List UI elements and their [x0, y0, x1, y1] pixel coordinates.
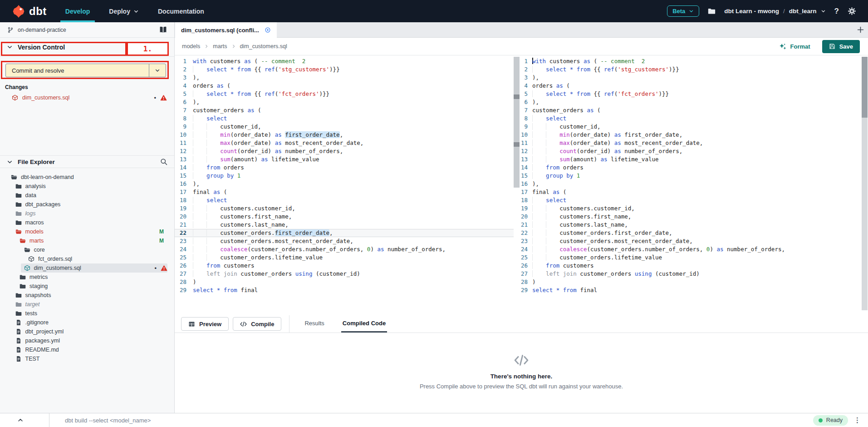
code-line-9[interactable]: 9 customer_id, [175, 123, 514, 131]
file-tree-item-packages-yml[interactable]: packages.yml [0, 336, 167, 345]
code-editor-right-pane[interactable]: 1with customers as ( -- comment 22 selec… [520, 55, 862, 315]
code-line-20[interactable]: 20 customers.first_name, [520, 213, 862, 221]
code-line-3[interactable]: 3), [520, 74, 862, 82]
kebab-menu-icon[interactable]: ⋮ [854, 416, 861, 424]
code-line-21[interactable]: 21 customers.last_name, [175, 221, 514, 229]
tab-compiled-code[interactable]: Compiled Code [341, 315, 387, 333]
file-tree-item-logs[interactable]: logs [0, 209, 167, 218]
commit-and-resolve-button[interactable]: Commit and resolve [5, 64, 166, 77]
editor-tab-dim-customers[interactable]: dim_customers.sql (confli... [175, 22, 277, 38]
code-line-2[interactable]: 2 select * from {{ ref('stg_customers')}… [520, 65, 862, 74]
code-editor-left-pane[interactable]: 1with customers as ( -- comment 22 selec… [175, 55, 514, 315]
new-tab-plus-icon[interactable] [857, 26, 864, 34]
preview-button[interactable]: Preview [181, 317, 229, 331]
code-line-18[interactable]: 18 select [175, 196, 514, 204]
tab-results[interactable]: Results [303, 315, 325, 333]
code-line-22[interactable]: 22 customer_orders.first_order_date, [175, 229, 514, 237]
right-scrollbar-thumb[interactable] [862, 57, 868, 118]
code-line-14[interactable]: 14 from orders [175, 164, 514, 172]
code-line-10[interactable]: 10 min(order_date) as first_order_date, [520, 131, 862, 139]
file-tree-item-metrics[interactable]: metrics [0, 273, 167, 282]
breadcrumb-item[interactable]: models [182, 43, 200, 50]
code-line-7[interactable]: 7customer_orders as ( [175, 106, 514, 114]
save-button[interactable]: Save [822, 40, 860, 53]
search-icon[interactable] [160, 158, 167, 165]
code-line-23[interactable]: 23 customer_orders.most_recent_order_dat… [520, 237, 862, 245]
command-input[interactable] [49, 417, 813, 424]
code-line-7[interactable]: 7customer_orders as ( [520, 106, 862, 114]
file-tree-item-core[interactable]: core [0, 245, 167, 254]
file-tree-item-dbt-learn-on-demand[interactable]: dbt-learn-on-demand [0, 173, 167, 182]
gear-icon[interactable] [848, 7, 856, 15]
account-project-selector[interactable]: dbt Learn - mwong / dbt_learn [724, 8, 825, 15]
code-line-15[interactable]: 15 group by 1 [520, 172, 862, 180]
code-line-26[interactable]: 26 from customers [520, 262, 862, 270]
compile-button[interactable]: Compile [233, 317, 281, 331]
file-tree-item-models[interactable]: modelsM [0, 227, 167, 236]
nav-tab-develop[interactable]: Develop [56, 0, 99, 22]
code-line-8[interactable]: 8 select [175, 114, 514, 123]
code-line-5[interactable]: 5 select * from {{ ref('fct_orders')}} [175, 90, 514, 98]
code-line-8[interactable]: 8 select [520, 114, 862, 123]
code-line-26[interactable]: 26 from customers [175, 262, 514, 270]
file-tree-item-dbt_packages[interactable]: dbt_packages [0, 200, 167, 209]
code-line-17[interactable]: 17final as ( [520, 188, 862, 196]
code-line-24[interactable]: 24 coalesce(customer_orders.number_of_or… [520, 245, 862, 253]
code-line-10[interactable]: 10 min(order_date) as first_order_date, [175, 131, 514, 139]
code-line-1[interactable]: 1with customers as ( -- comment 2 [520, 57, 862, 65]
code-line-27[interactable]: 27 left join customer_orders using (cust… [175, 270, 514, 278]
file-tree-item-tests[interactable]: tests [0, 309, 167, 318]
code-line-15[interactable]: 15 group by 1 [175, 172, 514, 180]
file-tree-item-fct_orders-sql[interactable]: fct_orders.sql [0, 254, 167, 263]
code-line-13[interactable]: 13 sum(amount) as lifetime_value [175, 155, 514, 164]
code-line-1[interactable]: 1with customers as ( -- comment 2 [175, 57, 514, 65]
file-tree-item-dbt_project-yml[interactable]: dbt_project.yml [0, 327, 167, 336]
file-tree-item-macros[interactable]: macros [0, 218, 167, 227]
code-line-29[interactable]: 29select * from final [175, 286, 514, 294]
nav-tab-deploy[interactable]: Deploy [99, 0, 148, 22]
chevron-up-icon[interactable] [17, 417, 24, 423]
code-line-20[interactable]: 20 customers.first_name, [175, 213, 514, 221]
left-pane-scrollbar[interactable] [514, 57, 520, 188]
code-line-12[interactable]: 12 count(order_id) as number_of_orders, [520, 147, 862, 155]
docs-book-icon[interactable] [159, 26, 167, 34]
file-tree-item-analysis[interactable]: analysis [0, 182, 167, 191]
code-line-11[interactable]: 11 max(order_date) as most_recent_order_… [175, 139, 514, 147]
code-line-23[interactable]: 23 customer_orders.most_recent_order_dat… [175, 237, 514, 245]
code-line-2[interactable]: 2 select * from {{ ref('stg_customers')}… [175, 65, 514, 74]
branch-selector[interactable]: on-demand-practice [0, 22, 174, 38]
code-line-19[interactable]: 19 customers.customer_id, [520, 204, 862, 213]
breadcrumb-item[interactable]: dim_customers.sql [240, 43, 287, 50]
code-line-11[interactable]: 11 max(order_date) as most_recent_order_… [520, 139, 862, 147]
file-tree-item-dim_customers-sql[interactable]: dim_customers.sql• [21, 263, 168, 273]
code-line-6[interactable]: 6), [520, 98, 862, 106]
code-line-4[interactable]: 4orders as ( [175, 82, 514, 90]
code-line-29[interactable]: 29select * from final [520, 286, 862, 294]
code-line-9[interactable]: 9 customer_id, [520, 123, 862, 131]
file-tree-item-staging[interactable]: staging [0, 282, 167, 291]
commit-options-caret[interactable] [149, 64, 166, 77]
format-button[interactable]: Format [779, 43, 810, 50]
file-tree-item-snapshots[interactable]: snapshots [0, 291, 167, 300]
code-line-18[interactable]: 18 select [520, 196, 862, 204]
code-line-13[interactable]: 13 sum(amount) as lifetime_value [520, 155, 862, 164]
file-explorer-section-header[interactable]: File Explorer [0, 155, 174, 168]
code-line-21[interactable]: 21 customers.last_name, [520, 221, 862, 229]
code-line-14[interactable]: 14 from orders [520, 164, 862, 172]
code-line-28[interactable]: 28) [175, 278, 514, 286]
code-line-22[interactable]: 22 customer_orders.first_order_date, [520, 229, 862, 237]
code-line-24[interactable]: 24 coalesce(customer_orders.number_of_or… [175, 245, 514, 253]
code-line-19[interactable]: 19 customers.customer_id, [175, 204, 514, 213]
nav-tab-documentation[interactable]: Documentation [148, 0, 214, 22]
code-line-5[interactable]: 5 select * from {{ ref('fct_orders')}} [520, 90, 862, 98]
changes-item-dim_customers-sql[interactable]: dim_customers.sql• [0, 93, 167, 103]
code-line-3[interactable]: 3), [175, 74, 514, 82]
version-control-section-header[interactable]: Version Control [0, 38, 174, 57]
code-line-4[interactable]: 4orders as ( [520, 82, 862, 90]
breadcrumb-item[interactable]: marts [213, 43, 227, 50]
code-line-25[interactable]: 25 customer_orders.lifetime_value [520, 253, 862, 262]
code-line-12[interactable]: 12 count(order_id) as number_of_orders, [175, 147, 514, 155]
beta-dropdown[interactable]: Beta [667, 5, 699, 17]
code-line-17[interactable]: 17final as ( [175, 188, 514, 196]
file-tree-item-target[interactable]: target [0, 300, 167, 309]
